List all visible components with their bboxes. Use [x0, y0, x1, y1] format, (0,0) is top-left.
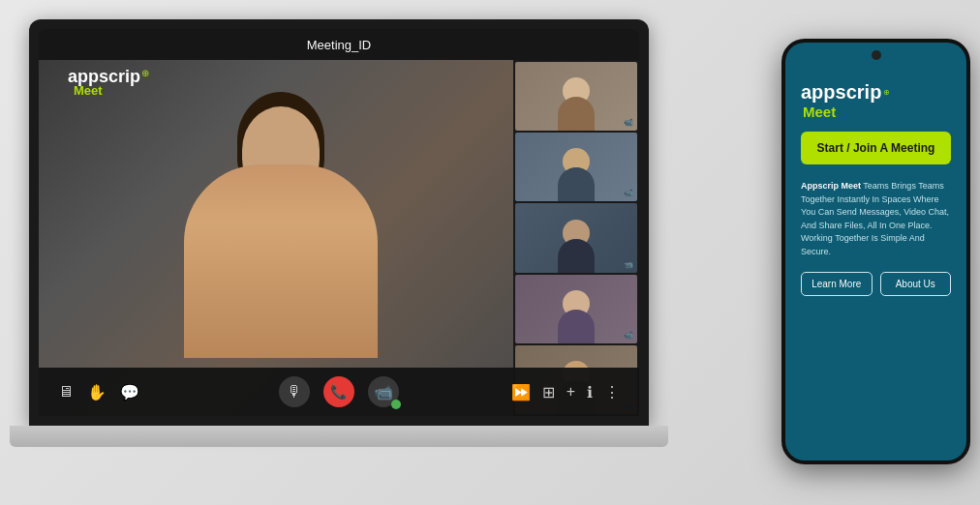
- toolbar-center: 🎙 📞 📹: [245, 376, 432, 407]
- thumb-person: [552, 285, 600, 343]
- end-call-button[interactable]: 📞: [323, 376, 354, 407]
- toolbar-right: ⏩ ⊞ + ℹ ⋮: [433, 383, 620, 401]
- main-video-participant: [97, 68, 465, 358]
- phone-description: Appscrip Meet Teams Brings Teams Togethe…: [801, 180, 951, 258]
- thumb-body: [558, 239, 595, 273]
- thumb-body: [558, 97, 595, 131]
- list-item: 📹: [515, 275, 637, 343]
- description-brand: Appscrip Meet: [801, 181, 861, 191]
- phone-screen: appscrip ⊕ Meet Start / Join A Meeting A…: [785, 43, 966, 460]
- thumb-person: [552, 143, 600, 201]
- learn-more-button[interactable]: Learn More: [801, 272, 873, 296]
- cam-indicator-icon: 📹: [624, 118, 633, 127]
- phone-device: appscrip ⊕ Meet Start / Join A Meeting A…: [781, 39, 970, 464]
- list-item: 📹: [515, 62, 637, 131]
- toolbar-left: 🖥 ✋ 💬: [58, 383, 245, 401]
- cam-indicator-icon: 📹: [624, 189, 633, 197]
- phone-content: appscrip ⊕ Meet Start / Join A Meeting A…: [785, 43, 966, 460]
- laptop-logo-meet: Meet: [74, 83, 103, 98]
- phone-logo-circle: ⊕: [883, 88, 890, 97]
- laptop-device: Meeting_ID appscrip ⊕ Meet: [29, 19, 668, 474]
- cam-indicator-icon: 📹: [624, 260, 633, 269]
- thumb-body: [558, 167, 595, 201]
- add-icon[interactable]: +: [567, 383, 575, 401]
- laptop-screen-border: Meeting_ID appscrip ⊕ Meet: [29, 19, 649, 426]
- laptop-logo-circle: ⊕: [141, 68, 149, 78]
- hand-raise-icon[interactable]: ✋: [87, 383, 107, 401]
- laptop-screen: Meeting_ID appscrip ⊕ Meet: [39, 29, 639, 416]
- meeting-id-label: Meeting_ID: [307, 38, 371, 52]
- info-icon[interactable]: ℹ: [587, 383, 593, 401]
- thumb-person: [552, 73, 600, 131]
- start-join-meeting-button[interactable]: Start / Join A Meeting: [801, 132, 951, 164]
- thumb-body: [558, 310, 595, 343]
- about-us-button[interactable]: About Us: [880, 272, 952, 296]
- list-item: 📹: [515, 203, 637, 272]
- list-item: 📹: [515, 133, 637, 201]
- thumb-person: [552, 215, 600, 273]
- laptop-toolbar: 🖥 ✋ 💬 🎙 📞 📹 ⏩ ⊞: [39, 368, 639, 416]
- laptop-logo: appscrip ⊕ Meet: [68, 68, 149, 98]
- woman-body: [184, 164, 378, 358]
- phone-logo: appscrip ⊕ Meet: [801, 81, 951, 120]
- phone-action-buttons: Learn More About Us: [801, 272, 951, 296]
- camera-button[interactable]: 📹: [368, 376, 399, 407]
- meeting-id-bar: Meeting_ID: [39, 29, 639, 60]
- main-video-area: [39, 60, 513, 416]
- grid-view-icon[interactable]: ⊞: [542, 383, 555, 401]
- thumbnail-strip: 📹 📹 📹: [513, 60, 639, 416]
- chat-icon[interactable]: 💬: [120, 383, 139, 401]
- camera-active-dot: [391, 400, 401, 409]
- description-text: Teams Brings Teams Together Instantly In…: [801, 181, 949, 256]
- phone-logo-meet: Meet: [803, 104, 836, 120]
- more-options-icon[interactable]: ⋮: [604, 383, 620, 401]
- phone-logo-brand: appscrip: [801, 81, 881, 104]
- speed-icon[interactable]: ⏩: [511, 383, 531, 401]
- cam-indicator-icon: 📹: [624, 331, 633, 340]
- phone-camera-notch: [872, 50, 881, 60]
- monitor-icon[interactable]: 🖥: [58, 383, 74, 401]
- laptop-base: [10, 426, 668, 447]
- main-scene: Meeting_ID appscrip ⊕ Meet: [0, 0, 980, 505]
- mic-button[interactable]: 🎙: [279, 376, 310, 407]
